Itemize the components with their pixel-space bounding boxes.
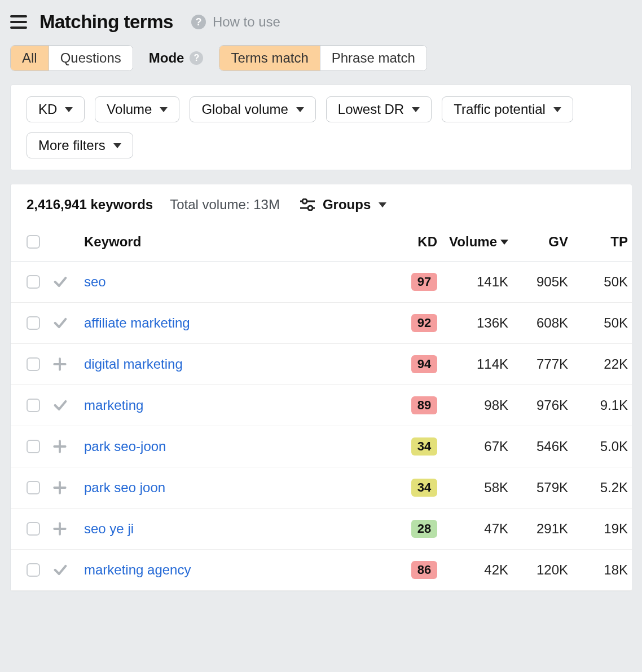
tab-questions[interactable]: Questions bbox=[49, 46, 133, 70]
keyword-link[interactable]: park seo joon bbox=[84, 480, 165, 495]
svg-rect-2 bbox=[10, 26, 27, 29]
volume-cell: 141K bbox=[441, 274, 508, 290]
svg-rect-1 bbox=[10, 21, 27, 23]
gv-cell: 120K bbox=[512, 562, 568, 578]
plus-icon[interactable] bbox=[52, 439, 81, 454]
total-volume: Total volume: 13M bbox=[170, 197, 280, 213]
filter-lowest-dr[interactable]: Lowest DR bbox=[326, 96, 432, 122]
keyword-link[interactable]: affiliate marketing bbox=[84, 315, 190, 330]
row-checkbox[interactable] bbox=[27, 440, 40, 453]
mode-help-icon[interactable]: ? bbox=[190, 51, 203, 65]
tab-phrase-match[interactable]: Phrase match bbox=[320, 46, 426, 70]
gv-cell: 777K bbox=[512, 356, 568, 372]
col-keyword[interactable]: Keyword bbox=[84, 234, 383, 250]
filter-volume[interactable]: Volume bbox=[95, 96, 179, 122]
tp-cell: 18K bbox=[571, 562, 628, 578]
gv-cell: 608K bbox=[512, 315, 568, 331]
table-row: marketing agency8642K120K18K bbox=[11, 550, 632, 591]
kd-badge: 86 bbox=[411, 561, 437, 579]
svg-rect-0 bbox=[10, 15, 27, 17]
kd-badge: 28 bbox=[411, 520, 437, 538]
tab-terms-match[interactable]: Terms match bbox=[219, 46, 319, 70]
volume-cell: 42K bbox=[441, 562, 508, 578]
keyword-link[interactable]: digital marketing bbox=[84, 356, 183, 372]
keyword-link[interactable]: seo ye ji bbox=[84, 521, 134, 536]
keyword-count: 2,416,941 keywords bbox=[27, 197, 153, 213]
tp-cell: 19K bbox=[571, 521, 628, 537]
row-checkbox[interactable] bbox=[27, 316, 40, 330]
gv-cell: 579K bbox=[512, 480, 568, 496]
plus-icon[interactable] bbox=[52, 480, 81, 495]
tp-cell: 5.0K bbox=[571, 439, 628, 454]
chevron-down-icon bbox=[553, 107, 561, 112]
kd-badge: 92 bbox=[411, 314, 437, 332]
col-kd[interactable]: KD bbox=[386, 234, 437, 250]
kd-badge: 94 bbox=[411, 355, 437, 373]
row-checkbox[interactable] bbox=[27, 275, 40, 289]
kd-badge: 89 bbox=[411, 396, 437, 414]
kd-badge: 34 bbox=[411, 479, 437, 497]
svg-point-4 bbox=[302, 199, 307, 204]
table-row: seo ye ji2847K291K19K bbox=[11, 509, 632, 550]
kd-badge: 34 bbox=[411, 437, 437, 456]
filter-kd[interactable]: KD bbox=[27, 96, 85, 122]
table-row: marketing8998K976K9.1K bbox=[11, 385, 632, 426]
gv-cell: 976K bbox=[512, 397, 568, 413]
gv-cell: 546K bbox=[512, 439, 568, 454]
volume-cell: 67K bbox=[441, 439, 508, 454]
row-checkbox[interactable] bbox=[27, 522, 40, 536]
plus-icon[interactable] bbox=[52, 357, 81, 372]
filter-more[interactable]: More filters bbox=[27, 132, 133, 158]
gv-cell: 291K bbox=[512, 521, 568, 537]
tab-all[interactable]: All bbox=[11, 46, 49, 70]
table-row: digital marketing94114K777K22K bbox=[11, 344, 632, 385]
volume-cell: 98K bbox=[441, 397, 508, 413]
table-row: affiliate marketing92136K608K50K bbox=[11, 303, 632, 344]
help-icon[interactable]: ? bbox=[191, 15, 206, 29]
plus-icon[interactable] bbox=[52, 521, 81, 536]
check-icon[interactable] bbox=[52, 397, 81, 413]
check-icon[interactable] bbox=[52, 315, 81, 331]
menu-icon[interactable] bbox=[10, 14, 27, 30]
row-checkbox[interactable] bbox=[27, 399, 40, 412]
table-row: park seo joon3458K579K5.2K bbox=[11, 467, 632, 509]
tp-cell: 50K bbox=[571, 315, 628, 331]
keyword-link[interactable]: park seo-joon bbox=[84, 439, 166, 454]
tp-cell: 9.1K bbox=[571, 397, 628, 413]
select-all-checkbox[interactable] bbox=[27, 235, 40, 249]
volume-cell: 47K bbox=[441, 521, 508, 537]
chevron-down-icon bbox=[379, 202, 386, 207]
filter-global-volume[interactable]: Global volume bbox=[190, 96, 315, 122]
type-tabs: All Questions bbox=[10, 45, 133, 71]
chevron-down-icon bbox=[160, 107, 168, 112]
mode-label: Mode ? bbox=[149, 50, 204, 66]
volume-cell: 114K bbox=[441, 356, 508, 372]
help-link[interactable]: How to use bbox=[213, 14, 280, 30]
col-tp[interactable]: TP bbox=[571, 234, 628, 250]
sliders-icon[interactable] bbox=[300, 198, 315, 211]
tp-cell: 22K bbox=[571, 356, 628, 372]
svg-point-6 bbox=[308, 206, 313, 210]
volume-cell: 58K bbox=[441, 480, 508, 496]
filter-traffic-potential[interactable]: Traffic potential bbox=[442, 96, 573, 122]
row-checkbox[interactable] bbox=[27, 357, 40, 371]
sort-desc-icon bbox=[500, 240, 508, 245]
groups-dropdown[interactable]: Groups bbox=[323, 197, 371, 213]
mode-tabs: Terms match Phrase match bbox=[219, 45, 426, 71]
table-row: park seo-joon3467K546K5.0K bbox=[11, 426, 632, 467]
page-title: Matching terms bbox=[39, 11, 173, 33]
chevron-down-icon bbox=[113, 143, 121, 148]
chevron-down-icon bbox=[296, 107, 304, 112]
keyword-link[interactable]: seo bbox=[84, 274, 106, 289]
check-icon[interactable] bbox=[52, 562, 81, 578]
col-gv[interactable]: GV bbox=[512, 234, 568, 250]
keyword-link[interactable]: marketing agency bbox=[84, 562, 191, 577]
volume-cell: 136K bbox=[441, 315, 508, 331]
col-volume[interactable]: Volume bbox=[441, 234, 508, 250]
tp-cell: 50K bbox=[571, 274, 628, 290]
check-icon[interactable] bbox=[52, 274, 81, 290]
row-checkbox[interactable] bbox=[27, 563, 40, 577]
row-checkbox[interactable] bbox=[27, 481, 40, 494]
kd-badge: 97 bbox=[411, 273, 437, 291]
keyword-link[interactable]: marketing bbox=[84, 397, 143, 413]
